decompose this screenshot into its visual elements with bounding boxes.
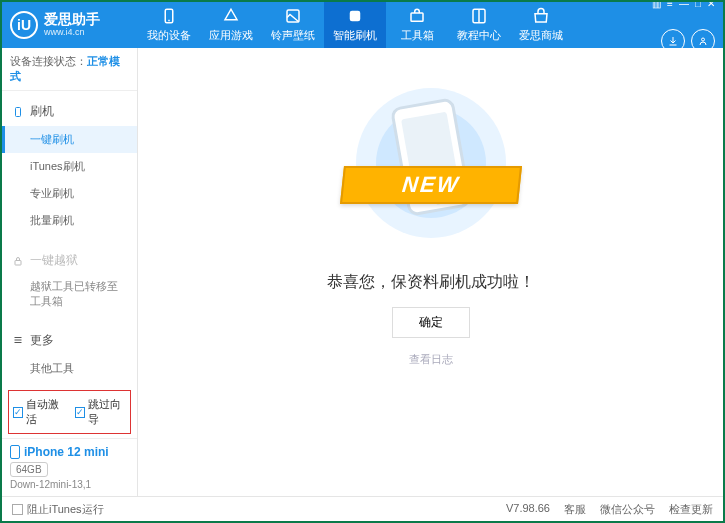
tab-label: 教程中心 [457,28,501,43]
tab-my-device[interactable]: 我的设备 [138,2,200,48]
success-illustration: NEW [346,78,516,248]
titlebar: iU 爱思助手 www.i4.cn 我的设备 应用游戏 铃声壁纸 智能刷机 工具… [2,2,723,48]
settings-icon[interactable]: ≡ [667,0,673,9]
sidebar-item-other[interactable]: 其他工具 [2,355,137,382]
svg-rect-7 [16,107,21,116]
tab-tutorials[interactable]: 教程中心 [448,2,510,48]
sidebar-head-more[interactable]: 更多 [2,326,137,355]
wechat-link[interactable]: 微信公众号 [600,502,655,517]
sidebar-item-download-fw[interactable]: 下载固件 [2,382,137,386]
flash-icon [346,7,364,25]
phone-icon [160,7,178,25]
book-icon [470,7,488,25]
sidebar-label: 更多 [30,332,54,349]
checkbox-label: 阻止iTunes运行 [27,502,104,517]
tab-label: 工具箱 [401,28,434,43]
tab-label: 应用游戏 [209,28,253,43]
sidebar-item-batch[interactable]: 批量刷机 [2,207,137,234]
device-info[interactable]: iPhone 12 mini 64GB Down-12mini-13,1 [2,438,137,496]
highlighted-checkboxes: ✓自动激活 ✓跳过向导 [8,390,131,434]
lock-icon [12,255,24,267]
brand: iU 爱思助手 www.i4.cn [10,11,138,39]
logo-icon: iU [10,11,38,39]
menu-icon[interactable]: ▥ [652,0,661,9]
sidebar-label: 刷机 [30,103,54,120]
new-ribbon: NEW [340,166,522,204]
list-icon [12,334,24,346]
jailbreak-note: 越狱工具已转移至工具箱 [2,275,137,314]
minimize-icon[interactable]: — [679,0,689,9]
tab-toolbox[interactable]: 工具箱 [386,2,448,48]
checkbox-label: 跳过向导 [88,397,127,427]
checkbox-block-itunes[interactable]: 阻止iTunes运行 [12,502,104,517]
brand-url: www.i4.cn [44,28,100,38]
connection-status: 设备连接状态：正常模式 [2,48,137,91]
maximize-icon[interactable]: □ [695,0,701,9]
sidebar: 设备连接状态：正常模式 刷机 一键刷机 iTunes刷机 专业刷机 批量刷机 一… [2,48,138,496]
tab-label: 智能刷机 [333,28,377,43]
close-icon[interactable]: ✕ [707,0,715,9]
update-link[interactable]: 检查更新 [669,502,713,517]
sidebar-item-itunes[interactable]: iTunes刷机 [2,153,137,180]
wallpaper-icon [284,7,302,25]
success-message: 恭喜您，保资料刷机成功啦！ [327,272,535,293]
checkbox-label: 自动激活 [26,397,65,427]
svg-rect-3 [350,11,361,22]
device-name: iPhone 12 mini [10,445,129,459]
sidebar-head-flash[interactable]: 刷机 [2,97,137,126]
nav-tabs: 我的设备 应用游戏 铃声壁纸 智能刷机 工具箱 教程中心 爱思商城 [138,2,572,48]
device-capacity: 64GB [10,462,48,477]
store-icon [532,7,550,25]
tab-store[interactable]: 爱思商城 [510,2,572,48]
svg-rect-8 [15,260,21,265]
sidebar-head-jailbreak[interactable]: 一键越狱 [2,246,137,275]
checkbox-auto-activate[interactable]: ✓自动激活 [13,397,65,427]
tab-label: 铃声壁纸 [271,28,315,43]
tab-smart-flash[interactable]: 智能刷机 [324,2,386,48]
phone-icon [12,106,24,118]
svg-rect-4 [411,13,423,21]
checkbox-skip-guide[interactable]: ✓跳过向导 [75,397,127,427]
svg-point-6 [702,38,705,41]
toolbox-icon [408,7,426,25]
tab-apps[interactable]: 应用游戏 [200,2,262,48]
footer: 阻止iTunes运行 V7.98.66 客服 微信公众号 检查更新 [2,496,723,521]
sidebar-label: 一键越狱 [30,252,78,269]
tab-label: 爱思商城 [519,28,563,43]
device-sub: Down-12mini-13,1 [10,479,129,490]
service-link[interactable]: 客服 [564,502,586,517]
sidebar-item-pro[interactable]: 专业刷机 [2,180,137,207]
version-label: V7.98.66 [506,502,550,517]
ok-button[interactable]: 确定 [392,307,470,338]
main-content: NEW 恭喜您，保资料刷机成功啦！ 确定 查看日志 [138,48,723,496]
brand-name: 爱思助手 [44,12,100,27]
tab-label: 我的设备 [147,28,191,43]
sidebar-item-oneclick[interactable]: 一键刷机 [2,126,137,153]
apps-icon [222,7,240,25]
view-log-link[interactable]: 查看日志 [409,352,453,367]
window-controls: ▥ ≡ — □ ✕ [652,0,715,9]
tab-ringtones[interactable]: 铃声壁纸 [262,2,324,48]
